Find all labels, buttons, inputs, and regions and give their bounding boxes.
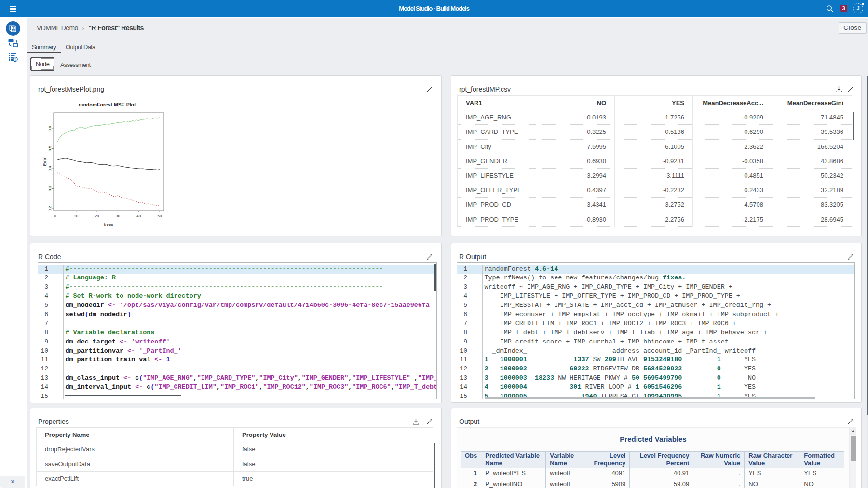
svg-text:0.6: 0.6 <box>48 126 52 132</box>
svg-text:0.4: 0.4 <box>48 166 52 171</box>
svg-text:randomForest MSE Plot: randomForest MSE Plot <box>78 102 136 107</box>
svg-text:0.3: 0.3 <box>48 185 52 191</box>
svg-text:Error: Error <box>42 157 47 166</box>
svg-text:30: 30 <box>116 214 120 218</box>
svg-text:0: 0 <box>54 214 56 218</box>
svg-text:trees: trees <box>104 222 113 227</box>
svg-text:40: 40 <box>136 214 141 218</box>
svg-text:0.2: 0.2 <box>48 206 52 211</box>
svg-text:20: 20 <box>95 214 99 218</box>
svg-text:50: 50 <box>158 214 162 218</box>
svg-text:0.5: 0.5 <box>48 145 52 151</box>
svg-text:10: 10 <box>74 214 78 218</box>
